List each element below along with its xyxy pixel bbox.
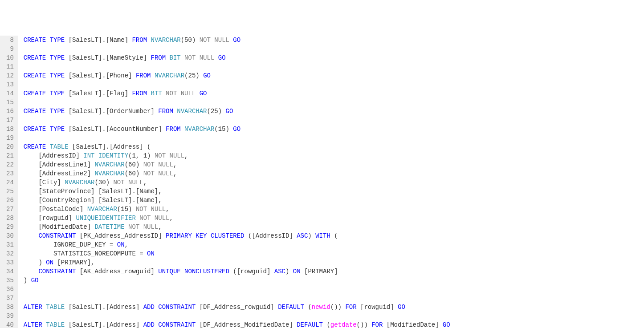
line-number: 10: [6, 53, 14, 62]
token-kw-blue: TYPE: [50, 126, 69, 133]
code-line[interactable]: CREATE TYPE [SalesLT].[AccountNumber] FR…: [24, 125, 644, 134]
line-number: 17: [6, 116, 14, 125]
code-line[interactable]: [AddressLine2] NVARCHAR(60) NOT NULL,: [24, 169, 644, 178]
code-line[interactable]: CREATE TABLE [SalesLT].[Address] (: [24, 142, 644, 151]
token-kw-teal: DATETIME: [94, 223, 128, 231]
code-line[interactable]: [AddressID] INT IDENTITY(1, 1) NOT NULL,: [24, 151, 644, 160]
token-kw-blue: GO: [31, 277, 39, 284]
token-kw-blue: FROM: [132, 90, 151, 97]
code-line[interactable]: CREATE TYPE [SalesLT].[NameStyle] FROM B…: [24, 53, 644, 62]
token-kw-blue: FROM: [151, 54, 169, 61]
token-ident: ): [24, 277, 31, 284]
token-kw-blue: WITH: [315, 232, 334, 239]
token-kw-teal: TABLE: [46, 321, 68, 328]
line-number: 34: [6, 267, 14, 276]
line-number: 14: [6, 89, 14, 98]
token-kw-gray: NOT NULL: [155, 152, 184, 159]
token-kw-blue: UNIQUE NONCLUSTERED: [158, 268, 233, 275]
token-paren: (15): [117, 206, 136, 213]
token-kw-blue: ON: [147, 250, 155, 257]
code-line[interactable]: [24, 98, 644, 107]
code-line[interactable]: CREATE TYPE [SalesLT].[Name] FROM NVARCH…: [24, 36, 644, 45]
token-ident: [SalesLT].[Address] (: [72, 143, 151, 150]
token-ident: (: [308, 304, 311, 311]
token-kw-blue: ASC: [297, 232, 308, 239]
code-line[interactable]: [CountryRegion] [SalesLT].[Name],: [24, 196, 644, 205]
token-kw-gray: NOT NULL: [200, 36, 233, 44]
code-line[interactable]: CREATE TYPE [SalesLT].[Flag] FROM BIT NO…: [24, 89, 644, 98]
code-line[interactable]: [24, 294, 644, 303]
code-line[interactable]: ) GO: [24, 276, 644, 285]
token-kw-blue: TYPE: [50, 90, 69, 97]
code-line[interactable]: ALTER TABLE [SalesLT].[Address] ADD CONS…: [24, 303, 644, 312]
code-line[interactable]: [24, 45, 644, 53]
token-kw-blue: ON: [293, 268, 304, 275]
code-line[interactable]: CONSTRAINT [AK_Address_rowguid] UNIQUE N…: [24, 267, 644, 276]
token-kw-blue: ALTER: [24, 321, 46, 328]
code-line[interactable]: [24, 134, 644, 142]
code-line[interactable]: CREATE TYPE [SalesLT].[OrderNumber] FROM…: [24, 107, 644, 116]
token-kw-blue: ON: [117, 241, 125, 248]
code-line[interactable]: [24, 312, 644, 320]
code-content[interactable]: CREATE TYPE [SalesLT].[Name] FROM NVARCH…: [18, 36, 644, 328]
token-kw-blue: GO: [226, 108, 233, 115]
code-line[interactable]: [24, 62, 644, 71]
token-kw-teal: TABLE: [50, 143, 72, 150]
token-kw-gray: NOT NULL: [166, 90, 200, 97]
token-paren: (60): [125, 170, 143, 177]
token-ident: [rowguid]: [360, 304, 398, 311]
code-line[interactable]: IGNORE_DUP_KEY = ON,: [24, 240, 644, 249]
code-line[interactable]: STATISTICS_NORECOMPUTE = ON: [24, 249, 644, 258]
token-ident: [CountryRegion] [SalesLT].[Name],: [24, 197, 162, 204]
token-paren: (25): [207, 108, 226, 115]
token-kw-blue: GO: [398, 304, 405, 311]
token-kw-blue: TYPE: [50, 54, 69, 61]
token-paren: (1, 1): [128, 152, 155, 159]
line-number: 21: [6, 151, 14, 160]
line-number: 27: [6, 205, 14, 214]
line-number: 31: [6, 240, 14, 249]
token-kw-magenta: newid: [312, 304, 330, 311]
token-kw-blue: ASC: [274, 268, 285, 275]
token-kw-gray: NOT NULL: [143, 170, 173, 177]
token-kw-magenta: getdate: [330, 321, 357, 328]
code-line[interactable]: CREATE TYPE [SalesLT].[Phone] FROM NVARC…: [24, 71, 644, 80]
token-kw-blue: CREATE: [24, 54, 50, 61]
code-line[interactable]: CONSTRAINT [PK_Address_AddressID] PRIMAR…: [24, 231, 644, 240]
token-ident: [AddressLine1]: [24, 161, 95, 168]
code-line[interactable]: [PostalCode] NVARCHAR(15) NOT NULL,: [24, 205, 644, 214]
token-kw-blue: FOR: [371, 321, 387, 328]
token-kw-blue: CONSTRAINT: [38, 232, 79, 239]
token-kw-blue: GO: [200, 90, 207, 97]
token-ident: ,: [173, 170, 177, 177]
token-kw-teal: UNIQUEIDENTIFIER: [76, 215, 139, 222]
code-line[interactable]: [StateProvince] [SalesLT].[Name],: [24, 187, 644, 196]
line-number: 19: [6, 134, 14, 142]
code-line[interactable]: [24, 116, 644, 125]
code-line[interactable]: [rowguid] UNIQUEIDENTIFIER NOT NULL,: [24, 214, 644, 223]
token-ident: ,: [143, 179, 147, 186]
code-line[interactable]: [AddressLine1] NVARCHAR(60) NOT NULL,: [24, 160, 644, 169]
code-line[interactable]: [24, 80, 644, 89]
token-kw-blue: DEFAULT: [278, 304, 308, 311]
code-line[interactable]: [ModifiedDate] DATETIME NOT NULL,: [24, 223, 644, 231]
code-line[interactable]: [24, 285, 644, 294]
token-ident: ,: [184, 152, 188, 159]
token-ident: ,: [169, 215, 173, 222]
token-ident: STATISTICS_NORECOMPUTE =: [24, 250, 147, 257]
code-line[interactable]: ALTER TABLE [SalesLT].[Address] ADD CONS…: [24, 320, 644, 328]
code-line[interactable]: ) ON [PRIMARY],: [24, 258, 644, 267]
code-line[interactable]: [City] NVARCHAR(30) NOT NULL,: [24, 178, 644, 187]
token-ident: [ModifiedDate]: [24, 223, 95, 231]
token-kw-blue: CREATE: [24, 36, 50, 44]
code-editor[interactable]: 8910111213141516171819202122232425262728…: [0, 36, 644, 328]
token-ident: [SalesLT].[Phone]: [69, 72, 136, 79]
token-ident: ,: [158, 223, 162, 231]
token-kw-blue: CREATE: [24, 143, 50, 150]
token-ident: [SalesLT].[NameStyle]: [69, 54, 151, 61]
token-kw-blue: CREATE: [24, 72, 50, 79]
line-number: 40: [6, 320, 14, 328]
token-kw-teal: BIT: [170, 54, 185, 61]
token-ident: [AddressLine2]: [24, 170, 95, 177]
token-ident: ([rowguid]: [233, 268, 274, 275]
